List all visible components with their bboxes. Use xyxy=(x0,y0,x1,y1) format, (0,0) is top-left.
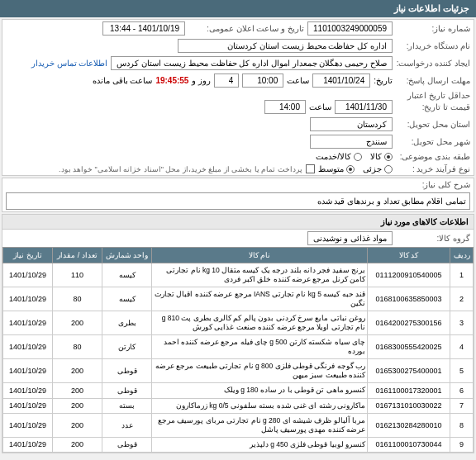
announce-label: تاریخ و ساعت اعلان عمومی: xyxy=(188,24,304,33)
remaining-days-label: روز و xyxy=(192,76,211,85)
desc-box: تمامی اقلام مطابق تعداد و برندهای قید شد… xyxy=(6,192,470,210)
payment-checkbox[interactable] xyxy=(306,164,315,173)
niaz-no-label: شماره نیاز: xyxy=(396,24,470,33)
cell-code: 0162130284280010 xyxy=(368,413,450,437)
cell-qty: 80 xyxy=(53,335,102,359)
deadline-label: مهلت ارسال پاسخ: xyxy=(396,76,470,85)
table-row: 30164200275300156روغن نباتی مایع سرخ کرد… xyxy=(3,311,474,335)
deadline-date-label: تاریخ: xyxy=(374,76,393,85)
items-table: ردیف کد کالا نام کالا واحد شمارش تعداد /… xyxy=(2,247,474,453)
cell-code: 0167131010030022 xyxy=(368,398,450,413)
col-unit: واحد شمارش xyxy=(102,248,152,263)
cell-row: 7 xyxy=(450,398,474,413)
cell-date: 1401/10/29 xyxy=(3,287,53,311)
cell-date: 1401/10/29 xyxy=(3,398,53,413)
cell-qty: 200 xyxy=(53,383,102,398)
table-row: 10111200910540005برنج سفید فجر دانه بلند… xyxy=(3,263,474,287)
cell-qty: 200 xyxy=(53,311,102,335)
cell-name: رب گوجه فرنگی قوطی فلزی 800 g نام تجارتی… xyxy=(152,359,368,383)
category-label: طبقه بندی موضوعی: xyxy=(396,152,470,161)
validity-date: 1401/11/30 xyxy=(335,100,393,114)
city-field: سنندج xyxy=(310,135,393,149)
cell-name: قند حبه کیسه 5 kg نام تجارتی IANS مرجع ع… xyxy=(152,287,368,311)
radio-medium[interactable]: متوسط xyxy=(318,164,355,173)
cell-row: 3 xyxy=(450,311,474,335)
cell-row: 1 xyxy=(450,263,474,287)
province-label: استان محل تحویل: xyxy=(396,120,470,129)
cell-qty: 110 xyxy=(53,263,102,287)
buyer-field: اداره کل حفاظت محیط زیست استان کردستان xyxy=(178,39,393,53)
radio-dot-icon xyxy=(354,153,362,161)
cell-date: 1401/10/29 xyxy=(3,359,53,383)
cell-code: 0111200910540005 xyxy=(368,263,450,287)
table-row: 20168100635850003قند حبه کیسه 5 kg نام ت… xyxy=(3,287,474,311)
desc-label: شرح کلی نیاز: xyxy=(396,180,470,189)
validity-label: حداقل تاریخ اعتبار xyxy=(396,91,470,100)
radio-dot-icon xyxy=(384,153,393,161)
process-radio-group: جزئی متوسط xyxy=(318,164,393,173)
cell-qty: 200 xyxy=(53,398,102,413)
cell-unit: بسته xyxy=(102,398,152,413)
province-field: کردستان xyxy=(310,117,393,131)
cell-date: 1401/10/29 xyxy=(3,437,53,452)
cell-unit: کیسه xyxy=(102,287,152,311)
cell-row: 5 xyxy=(450,359,474,383)
contact-link[interactable]: اطلاعات تماس خریدار xyxy=(31,59,108,68)
cell-code: 0168100635850003 xyxy=(368,287,450,311)
cell-code: 0161100010730044 xyxy=(368,437,450,452)
niaz-no-field: 1101003249000059 xyxy=(307,21,393,36)
cell-date: 1401/10/29 xyxy=(3,383,53,398)
table-row: 70167131010030022ماکارونی رشته ای غنی شد… xyxy=(3,398,474,413)
cell-name: کنسرو ماهی تن قوطی با در ساده 180 g ویلک xyxy=(152,383,368,398)
col-qty: تعداد / مقدار xyxy=(53,248,102,263)
cell-qty: 200 xyxy=(53,437,102,452)
col-date: تاریخ نیاز xyxy=(3,248,53,263)
table-row: 80162130284280010مربا آلبالو ظرف شیشه ای… xyxy=(3,413,474,437)
deadline-date: 1401/10/24 xyxy=(312,74,370,88)
group-field: مواد غذائی و نوشیدنی xyxy=(307,231,393,245)
cell-name: کنسرو لوبیا قوطی فلزی 450 g دلپذیر xyxy=(152,437,368,452)
cell-code: 0161100017320001 xyxy=(368,383,450,398)
items-header: اطلاعات کالاهای مورد نیاز xyxy=(2,215,474,230)
radio-dot-icon xyxy=(346,165,355,173)
cell-date: 1401/10/29 xyxy=(3,311,53,335)
category-radio-group: کالا کالا/خدمت xyxy=(316,152,393,161)
group-label: گروه کالا: xyxy=(396,234,470,243)
cell-row: 9 xyxy=(450,437,474,452)
radio-goods[interactable]: کالا xyxy=(370,152,393,161)
cell-unit: عدد xyxy=(102,413,152,437)
remaining-label: ساعت باقی مانده xyxy=(93,76,153,85)
buyer-label: نام دستگاه خریدار: xyxy=(396,41,470,50)
cell-name: برنج سفید فجر دانه بلند درجه یک کیسه متق… xyxy=(152,263,368,287)
page-header: جزئیات اطلاعات نیاز xyxy=(0,0,476,17)
cell-name: روغن نباتی مایع سرخ کردنی بدون پالم کم ک… xyxy=(152,311,368,335)
cell-row: 4 xyxy=(450,335,474,359)
col-row: ردیف xyxy=(450,248,474,263)
cell-code: 0164200275300156 xyxy=(368,311,450,335)
radio-dot-icon xyxy=(384,165,393,173)
radio-service[interactable]: کالا/خدمت xyxy=(316,152,362,161)
city-label: شهر محل تحویل: xyxy=(396,137,470,146)
cell-unit: قوطی xyxy=(102,359,152,383)
cell-qty: 200 xyxy=(53,413,102,437)
cell-name: چای سیاه شکسته کارتن 500 g چای فیله مرجع… xyxy=(152,335,368,359)
cell-row: 8 xyxy=(450,413,474,437)
cell-row: 2 xyxy=(450,287,474,311)
cell-code: 0168300555420025 xyxy=(368,335,450,359)
col-code: کد کالا xyxy=(368,248,450,263)
announce-field: 1401/10/19 - 13:44 xyxy=(102,21,185,36)
cell-qty: 80 xyxy=(53,287,102,311)
cell-unit: قوطی xyxy=(102,383,152,398)
cell-unit: بطری xyxy=(102,311,152,335)
payment-note: پرداخت تمام یا بخشی از مبلغ خرید،از محل … xyxy=(59,165,302,173)
cell-unit: قوطی xyxy=(102,437,152,452)
validity-time: 14:00 xyxy=(264,100,306,114)
countdown: 19:45:55 xyxy=(155,76,188,85)
cell-name: ماکارونی رشته ای غنی شده بسته سلفونی kg … xyxy=(152,398,368,413)
cell-row: 6 xyxy=(450,383,474,398)
radio-partial[interactable]: جزئی xyxy=(363,164,393,173)
creator-field: صلاح رحیمی دهگلان جمعدار اموال اداره کل … xyxy=(111,56,393,70)
remaining-days: 4 xyxy=(214,74,239,88)
creator-label: ایجاد کننده درخواست: xyxy=(396,59,470,68)
cell-date: 1401/10/29 xyxy=(3,413,53,437)
